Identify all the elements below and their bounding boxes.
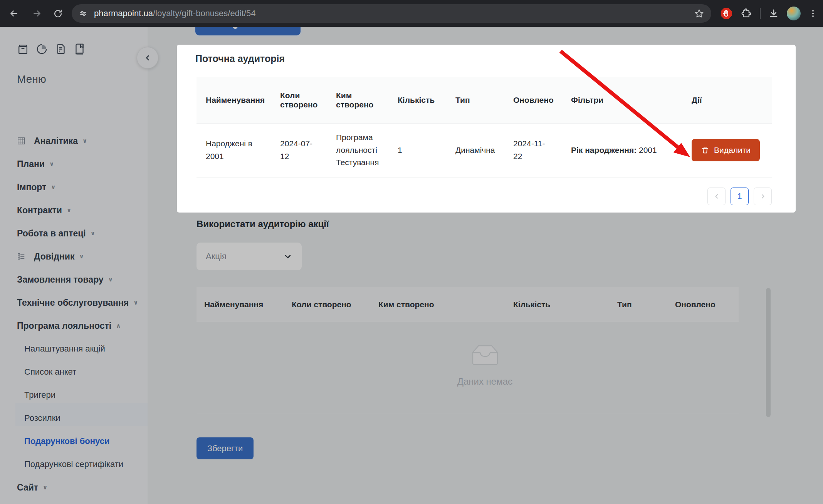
col-header-updated: Оновлено [504,77,562,123]
sidebar-item-questionnaires[interactable]: Список анкет [24,360,76,383]
cell-type: Динамічна [446,123,504,177]
col-header-name: Найменування [197,300,284,309]
current-audience-table: Найменування Коли створено Ким створено … [197,77,772,177]
profile-avatar[interactable] [787,7,801,20]
sidebar-item-mailings[interactable]: Розсилки [24,407,60,430]
pie-chart-icon[interactable] [36,43,48,55]
vertical-scrollbar[interactable] [766,288,771,417]
sidebar-item-analytics[interactable]: Аналітика ∨ [17,129,87,152]
grid-icon [17,137,25,145]
current-audience-card: Поточна аудиторія Найменування Коли ство… [177,45,796,213]
url-path: /loyalty/gift-bonuses/edit/54 [153,8,256,18]
cell-actions: Видалити [682,123,772,177]
sidebar-item-label: Тригери [24,390,55,400]
sidebar-item-gift-certificates[interactable]: Подарункові сертифікати [24,453,123,476]
col-header-actions: Дії [682,77,772,123]
promo-table-header: Найменування Коли створено Ким створено … [197,287,739,322]
promo-select[interactable]: Акція [197,243,302,270]
sidebar-item-label: Технічне обслуговування [17,298,129,308]
sidebar-item-label: Подарункові бонуси [24,436,110,446]
use-promo-audience-title: Використати аудиторію акції [197,219,329,229]
delete-button[interactable]: Видалити [692,139,760,161]
sidebar-item-gift-bonuses[interactable]: Подарункові бонуси [24,430,110,453]
list-icon [17,252,25,261]
menu-title: Меню [17,73,46,85]
col-header-filters: Фільтри [562,77,682,123]
site-info-icon[interactable] [79,9,88,18]
reload-icon [53,9,63,18]
downloads-icon[interactable] [768,8,779,19]
sidebar-item-maintenance[interactable]: Технічне обслуговування ∨ [17,291,138,314]
sidebar-item-import[interactable]: Імпорт ∨ [17,176,56,199]
sidebar-item-contracts[interactable]: Контракти ∨ [17,199,71,222]
filter-label: Рік народження: [571,146,637,154]
forward-arrow-icon [32,8,42,18]
sidebar-item-label: Подарункові сертифікати [24,459,123,469]
sidebar-item-instruction[interactable]: Інструкція [17,499,58,504]
filter-value: 2001 [639,146,657,154]
browser-menu-kebab-icon[interactable] [808,9,818,18]
sidebar-item-directory[interactable]: Довідник ∨ [17,245,84,268]
sidebar-item-loyalty-program[interactable]: Програма лояльності ∧ [17,314,121,337]
archive-icon[interactable] [17,43,29,55]
sidebar-item-triggers[interactable]: Тригери [24,383,55,407]
sidebar-item-label: Імпорт [17,182,46,193]
current-audience-title: Поточна аудиторія [195,53,285,64]
address-bar[interactable]: pharmapoint.ua/loyalty/gift-bonuses/edit… [72,4,711,23]
browser-back-button[interactable] [5,5,22,22]
sidebar-item-label: Контракти [17,205,62,216]
bookmark-star-icon[interactable] [694,8,704,19]
sidebar-item-label: Сайт [17,482,38,493]
pagination-next-button[interactable] [754,188,772,205]
chevron-down-icon: ∨ [51,184,55,191]
col-header-type: Тип [610,300,667,309]
chevron-down-icon: ∨ [91,230,95,237]
cell-created-date: 2024-07-12 [271,123,327,177]
sidebar-item-label: Програма лояльності [17,321,111,331]
sidebar-item-promo-settings[interactable]: Налаштування акцій [24,337,105,360]
col-header-created-date: Коли створено [284,300,371,309]
adblock-icon[interactable] [720,7,733,20]
chevron-up-icon: ∧ [116,322,121,329]
col-header-type: Тип [446,77,504,123]
col-header-created-by: Ким створено [327,77,388,123]
sidebar-item-label: Плани [17,159,45,169]
chevron-right-icon [759,193,767,200]
sidebar-item-pharmacy-work[interactable]: Робота в аптеці ∨ [17,222,95,245]
col-header-created-date: Коли створено [271,77,327,123]
sidebar-item-label: Аналітика [34,136,78,146]
trash-icon [701,146,709,154]
chevron-down-icon [283,252,292,261]
col-header-created-by: Ким створено [371,300,506,309]
sidebar-item-site[interactable]: Сайт ∨ [17,476,47,499]
extensions-puzzle-icon[interactable] [741,8,752,19]
sidebar-item-label: Замовлення товару [17,275,104,285]
chevron-down-icon: ∨ [82,137,87,144]
sidebar-item-plans[interactable]: Плани ∨ [17,152,54,176]
table-row: Народжені в 2001 2024-07-12 Програма лоя… [197,123,772,177]
sidebar-collapse-button[interactable] [137,47,158,69]
sidebar-item-goods-order[interactable]: Замовлення товару ∨ [17,268,113,291]
document-icon[interactable] [55,43,67,55]
col-header-count: Кількість [388,77,446,123]
promo-table-empty-body: Даних немає [197,322,739,413]
sidebar: Меню Аналітика ∨ Плани ∨ Імпорт ∨ Контра… [0,27,148,504]
sidebar-item-label: Розсилки [24,413,60,423]
col-header-count: Кількість [506,300,610,309]
browser-reload-button[interactable] [49,5,66,22]
pagination-page-1[interactable]: 1 [731,188,749,205]
book-icon[interactable] [74,43,86,55]
pagination-prev-button[interactable] [707,188,726,205]
col-header-name: Найменування [197,77,271,123]
chevron-down-icon: ∨ [43,484,47,491]
url-domain: pharmapoint.ua [94,8,153,18]
toolbar-separator [760,8,761,19]
chevron-left-icon [713,193,721,200]
screen: pharmapoint.ua/loyalty/gift-bonuses/edit… [0,0,823,504]
save-button[interactable]: Зберегти [197,437,254,459]
back-arrow-icon [9,8,19,18]
cell-count: 1 [388,123,446,177]
browser-forward-button[interactable] [29,5,45,22]
sidebar-item-label: Налаштування акцій [24,344,105,354]
promo-select-placeholder: Акція [206,251,283,261]
